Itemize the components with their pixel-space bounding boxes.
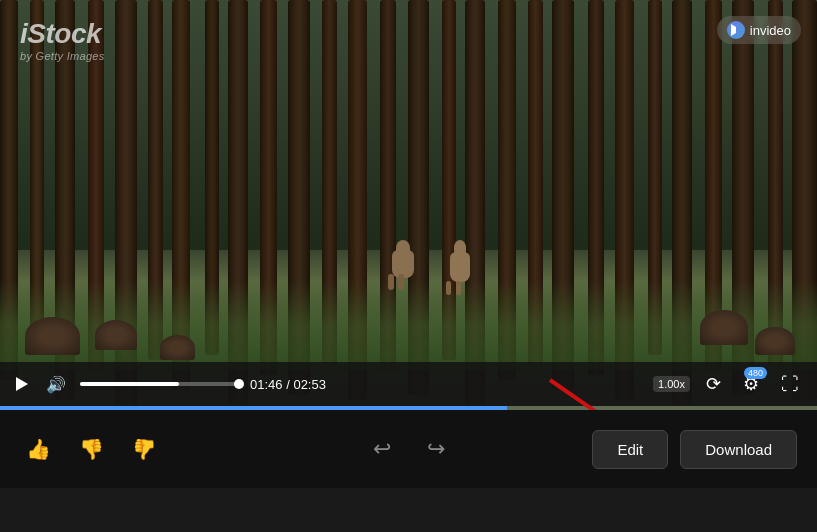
negative-button[interactable]: 👎	[126, 431, 163, 467]
time-display: 01:46 / 02:53	[250, 377, 326, 392]
notification-badge: 480	[744, 367, 767, 379]
undo-icon: ↩	[373, 436, 391, 462]
like-icon: 👍	[26, 437, 51, 461]
edit-button[interactable]: Edit	[592, 430, 668, 469]
play-button[interactable]	[12, 373, 32, 395]
like-button[interactable]: 👍	[20, 431, 57, 467]
repeat-icon: ⟳	[706, 373, 721, 395]
negative-icon: 👎	[132, 437, 157, 461]
invideo-badge: invideo	[717, 16, 801, 44]
fullscreen-button[interactable]: ⛶	[775, 370, 805, 399]
dislike-button[interactable]: 👎	[73, 431, 110, 467]
time-current: 01:46	[250, 377, 283, 392]
animal-2	[440, 240, 480, 295]
redo-icon: ↪	[427, 436, 445, 462]
settings-button[interactable]: ⚙ 480	[737, 369, 765, 399]
video-controls: 🔊 01:46 / 02:53 1.00x ⟳ ⚙ 480 ⛶	[0, 362, 817, 406]
video-player: iStock by Getty Images invideo 🔊 01:46	[0, 0, 817, 410]
seek-bar[interactable]	[80, 382, 240, 386]
invideo-icon	[727, 21, 745, 39]
reaction-group: 👍 👎 👎	[20, 431, 163, 467]
watermark-title: iStock	[20, 20, 105, 48]
redo-button[interactable]: ↪	[421, 430, 451, 468]
speed-badge[interactable]: 1.00x	[653, 376, 690, 392]
watermark: iStock by Getty Images	[20, 20, 105, 62]
download-button[interactable]: Download	[680, 430, 797, 469]
seek-thumb	[234, 379, 244, 389]
animal-1	[380, 240, 425, 290]
volume-button[interactable]: 🔊	[42, 371, 70, 398]
bottom-bar: 👍 👎 👎 ↩ ↪ Edit Download	[0, 410, 817, 488]
video-scene: iStock by Getty Images invideo	[0, 0, 817, 410]
action-group: Edit Download	[592, 430, 797, 469]
fullscreen-icon: ⛶	[781, 374, 799, 395]
seek-fill	[80, 382, 179, 386]
repeat-button[interactable]: ⟳	[700, 369, 727, 399]
play-icon	[16, 377, 28, 391]
nav-group: ↩ ↪	[367, 430, 451, 468]
volume-icon: 🔊	[46, 375, 66, 394]
invideo-label: invideo	[750, 23, 791, 38]
dislike-icon: 👎	[79, 437, 104, 461]
undo-button[interactable]: ↩	[367, 430, 397, 468]
time-total: 02:53	[293, 377, 326, 392]
watermark-subtitle: by Getty Images	[20, 50, 105, 62]
